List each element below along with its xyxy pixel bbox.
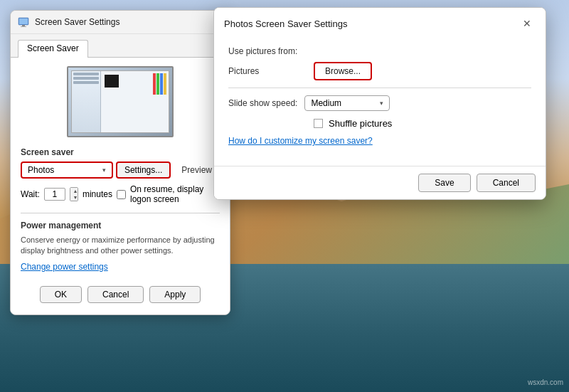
preview-bar-blue xyxy=(160,73,163,95)
wait-input[interactable] xyxy=(44,188,65,201)
power-section: Power management Conserve energy or maxi… xyxy=(21,213,220,272)
screen-saver-dropdown[interactable]: Photos ▾ xyxy=(21,161,113,179)
shuffle-checkbox[interactable] xyxy=(314,119,323,128)
preview-bar-green xyxy=(156,73,159,95)
pictures-label: Pictures xyxy=(228,66,314,76)
speed-label: Slide show speed: xyxy=(228,98,297,108)
logon-screen-label: On resume, display logon screen xyxy=(130,184,220,204)
browse-button[interactable]: Browse... xyxy=(314,62,372,80)
close-button[interactable]: ✕ xyxy=(519,15,536,32)
tab-screen-saver[interactable]: Screen Saver xyxy=(18,40,88,58)
wait-spinner-down[interactable]: ▼ xyxy=(70,194,78,201)
preview-sidebar-item xyxy=(73,81,99,84)
window-title: Screen Saver Settings xyxy=(35,17,119,27)
cancel-button[interactable]: Cancel xyxy=(87,286,144,303)
preview-bar-yellow xyxy=(164,73,166,95)
wait-minutes-label: minutes xyxy=(83,189,112,199)
window-content: Screen saver Photos ▾ Settings... Previe… xyxy=(11,58,230,314)
speed-row: Slide show speed: Medium ▾ xyxy=(228,95,531,111)
wait-row: Wait: ▲ ▼ minutes On resume, display log… xyxy=(21,184,220,204)
speed-value: Medium xyxy=(311,98,341,108)
svg-rect-1 xyxy=(19,18,28,24)
section-label: Screen saver xyxy=(21,147,220,157)
preview-screen xyxy=(67,66,174,137)
svg-rect-2 xyxy=(22,25,25,26)
settings-button[interactable]: Settings... xyxy=(116,161,171,179)
preview-colored-bars xyxy=(153,73,166,95)
photos-footer: Save Cancel xyxy=(214,166,546,199)
wait-spinner: ▲ ▼ xyxy=(70,187,78,201)
shuffle-row: Shuffle pictures xyxy=(228,118,531,129)
preview-sidebar-item xyxy=(73,73,99,75)
preview-black-square xyxy=(105,75,119,88)
preview-sidebar-item xyxy=(73,77,99,80)
shuffle-label: Shuffle pictures xyxy=(329,118,392,129)
photos-titlebar: Photos Screen Saver Settings ✕ xyxy=(214,8,546,38)
screen-saver-settings-window: Screen Saver Settings Screen Saver xyxy=(10,10,230,315)
photos-cancel-button[interactable]: Cancel xyxy=(477,174,536,192)
save-button[interactable]: Save xyxy=(418,174,470,192)
preview-area xyxy=(21,66,220,137)
use-pictures-label: Use pictures from: xyxy=(228,46,531,56)
screen-saver-dropdown-value: Photos xyxy=(28,165,54,175)
speed-dropdown[interactable]: Medium ▾ xyxy=(304,95,390,111)
customize-link[interactable]: How do I customize my screen saver? xyxy=(228,136,531,146)
preview-sidebar xyxy=(72,71,101,132)
photos-dialog-title: Photos Screen Saver Settings xyxy=(224,18,347,29)
screen-saver-controls: Photos ▾ Settings... Preview xyxy=(21,161,220,179)
preview-bar-red xyxy=(153,73,156,95)
preview-main xyxy=(101,71,169,132)
change-power-settings-link[interactable]: Change power settings xyxy=(21,262,108,272)
ok-cancel-row: OK Cancel Apply xyxy=(21,279,220,306)
preview-screen-inner xyxy=(71,70,169,133)
wait-spinner-up[interactable]: ▲ xyxy=(70,188,78,194)
speed-chevron-icon: ▾ xyxy=(380,100,383,107)
apply-button[interactable]: Apply xyxy=(149,286,201,303)
watermark: wsxdn.com xyxy=(528,378,563,386)
chevron-down-icon: ▾ xyxy=(102,166,106,174)
ok-button[interactable]: OK xyxy=(40,286,82,303)
window-tabs: Screen Saver xyxy=(11,34,230,58)
logon-screen-checkbox[interactable] xyxy=(117,190,126,199)
photos-dialog: Photos Screen Saver Settings ✕ Use pictu… xyxy=(213,7,546,200)
divider xyxy=(228,88,531,88)
window-titlebar: Screen Saver Settings xyxy=(11,11,230,34)
power-title: Power management xyxy=(21,221,220,231)
power-description: Conserve energy or maximize performance … xyxy=(21,235,220,257)
pictures-row: Pictures Browse... xyxy=(228,62,531,80)
svg-rect-3 xyxy=(21,26,26,27)
window-icon xyxy=(18,16,29,28)
photos-body: Use pictures from: Pictures Browse... Sl… xyxy=(214,38,546,166)
wait-label: Wait: xyxy=(21,189,40,199)
